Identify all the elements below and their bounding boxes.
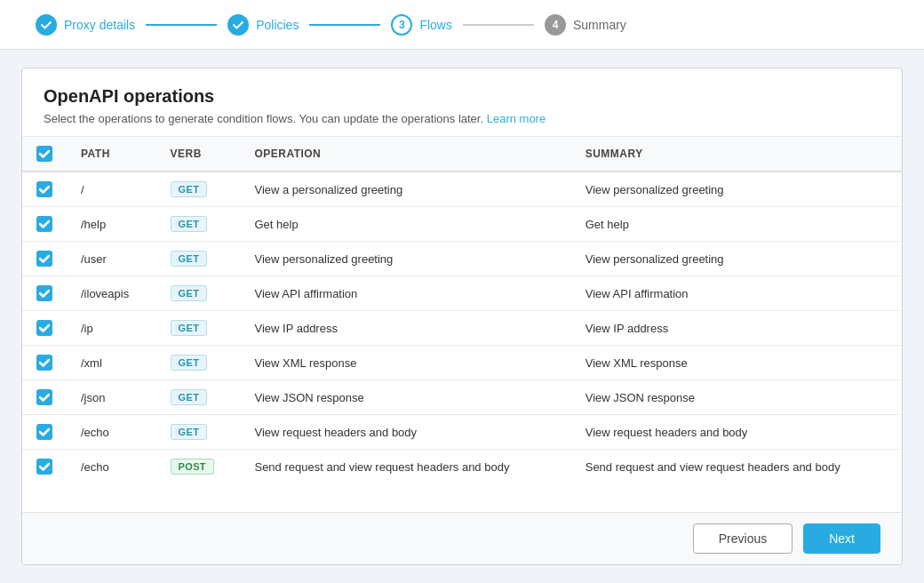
row-summary-1: Get help	[571, 207, 902, 242]
row-summary-7: View request headers and body	[571, 415, 902, 450]
step-label-flows: Flows	[419, 18, 452, 32]
row-check-0	[22, 172, 67, 207]
row-checkbox-1[interactable]	[36, 216, 52, 232]
row-verb-3: GET	[156, 276, 241, 311]
row-path-7: /echo	[67, 415, 156, 450]
row-summary-4: View IP address	[571, 311, 902, 346]
row-checkbox-8[interactable]	[36, 459, 52, 475]
row-operation-3: View API affirmation	[240, 276, 570, 311]
row-operation-7: View request headers and body	[240, 415, 570, 450]
wizard-step-summary[interactable]: 4 Summary	[545, 14, 626, 36]
verb-badge-4: GET	[171, 320, 208, 336]
row-operation-0: View a personalized greeting	[240, 172, 570, 207]
row-checkbox-2[interactable]	[36, 251, 52, 267]
connector-2	[309, 24, 380, 26]
row-summary-8: Send request and view request headers an…	[571, 450, 902, 484]
row-check-7	[22, 415, 67, 450]
row-check-3	[22, 276, 67, 311]
row-operation-6: View JSON response	[240, 380, 570, 415]
row-verb-1: GET	[156, 207, 241, 242]
row-checkbox-6[interactable]	[36, 389, 52, 405]
main-content: OpenAPI operations Select the operations…	[0, 50, 924, 583]
step-circle-policies	[227, 14, 249, 36]
wizard-step-policies[interactable]: Policies	[227, 14, 299, 36]
table-row: /userGETView personalized greetingView p…	[22, 242, 902, 276]
row-verb-5: GET	[156, 346, 241, 380]
learn-more-link[interactable]: Learn more	[487, 112, 546, 125]
col-header-check	[22, 137, 67, 172]
connector-3	[463, 24, 534, 26]
table-row: /GETView a personalized greetingView per…	[22, 172, 902, 207]
step-circle-flows: 3	[391, 14, 412, 36]
col-header-summary: SUMMARY	[571, 137, 902, 172]
col-header-operation: OPERATION	[240, 137, 570, 172]
row-path-5: /xml	[67, 346, 156, 380]
step-label-proxy-details: Proxy details	[64, 18, 135, 32]
card-description: Select the operations to generate condit…	[44, 112, 880, 125]
table-row: /echoPOSTSend request and view request h…	[22, 450, 902, 484]
verb-badge-7: GET	[171, 424, 208, 440]
row-operation-5: View XML response	[240, 346, 570, 380]
verb-badge-3: GET	[171, 285, 208, 301]
row-checkbox-5[interactable]	[36, 355, 52, 371]
row-path-4: /ip	[67, 311, 156, 346]
row-checkbox-0[interactable]	[36, 181, 52, 197]
step-label-policies: Policies	[256, 18, 299, 32]
verb-badge-0: GET	[171, 181, 208, 197]
row-path-6: /json	[67, 380, 156, 415]
row-summary-0: View personalized greeting	[571, 172, 902, 207]
table-body: /GETView a personalized greetingView per…	[22, 172, 902, 483]
row-check-6	[22, 380, 67, 415]
row-verb-2: GET	[156, 242, 241, 276]
col-header-verb: VERB	[156, 137, 241, 172]
row-verb-7: GET	[156, 415, 241, 450]
row-verb-6: GET	[156, 380, 241, 415]
row-checkbox-3[interactable]	[36, 285, 52, 301]
row-path-0: /	[67, 172, 156, 207]
wizard-step-proxy-details[interactable]: Proxy details	[36, 14, 135, 36]
row-check-5	[22, 346, 67, 380]
row-path-8: /echo	[67, 450, 156, 484]
row-path-3: /iloveapis	[67, 276, 156, 311]
wizard-step-flows[interactable]: 3 Flows	[391, 14, 452, 36]
row-operation-4: View IP address	[240, 311, 570, 346]
card-header: OpenAPI operations Select the operations…	[22, 68, 902, 137]
row-verb-4: GET	[156, 311, 241, 346]
row-summary-5: View XML response	[571, 346, 902, 380]
row-check-8	[22, 450, 67, 484]
row-check-1	[22, 207, 67, 242]
row-summary-2: View personalized greeting	[571, 242, 902, 276]
card-title: OpenAPI operations	[44, 86, 880, 107]
card-description-text: Select the operations to generate condit…	[44, 112, 483, 125]
step-label-summary: Summary	[573, 18, 626, 32]
next-button[interactable]: Next	[803, 523, 880, 554]
row-verb-8: POST	[156, 450, 241, 484]
table-row: /helpGETGet helpGet help	[22, 207, 902, 242]
table-row: /ipGETView IP addressView IP address	[22, 311, 902, 346]
wizard-header: Proxy details Policies 3 Flows 4 Summary	[0, 0, 924, 50]
col-header-path: PATH	[67, 137, 156, 172]
table-row: /jsonGETView JSON responseView JSON resp…	[22, 380, 902, 415]
row-verb-0: GET	[156, 172, 241, 207]
operations-card: OpenAPI operations Select the operations…	[21, 68, 903, 565]
row-summary-6: View JSON response	[571, 380, 902, 415]
row-checkbox-4[interactable]	[36, 320, 52, 336]
verb-badge-5: GET	[171, 355, 208, 371]
row-path-2: /user	[67, 242, 156, 276]
row-path-1: /help	[67, 207, 156, 242]
row-check-2	[22, 242, 67, 276]
step-circle-proxy-details	[36, 14, 57, 36]
card-footer: Previous Next	[22, 512, 902, 564]
verb-badge-8: POST	[171, 459, 214, 475]
table-row: /iloveapisGETView API affirmationView AP…	[22, 276, 902, 311]
table-row: /xmlGETView XML responseView XML respons…	[22, 346, 902, 380]
operations-table-container: PATH VERB OPERATION SUMMARY /GETView a p…	[22, 137, 902, 512]
select-all-checkbox[interactable]	[36, 146, 52, 162]
step-circle-summary: 4	[545, 14, 566, 36]
table-row: /echoGETView request headers and bodyVie…	[22, 415, 902, 450]
row-checkbox-7[interactable]	[36, 424, 52, 440]
table-header-row: PATH VERB OPERATION SUMMARY	[22, 137, 902, 172]
row-check-4	[22, 311, 67, 346]
previous-button[interactable]: Previous	[693, 523, 793, 554]
operations-table: PATH VERB OPERATION SUMMARY /GETView a p…	[22, 137, 902, 483]
